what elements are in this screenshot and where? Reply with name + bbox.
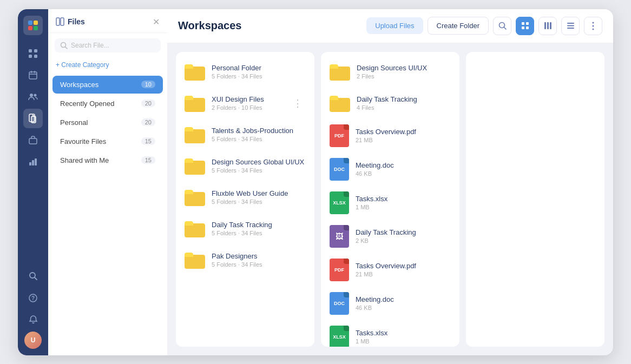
- svg-rect-7: [34, 55, 37, 58]
- calendar-nav-icon[interactable]: [23, 65, 43, 85]
- list-item[interactable]: Talents & Jobs-Production 5 Folders · 34…: [176, 119, 314, 150]
- file-meta: 46 KB: [356, 170, 451, 177]
- svg-rect-34: [544, 22, 546, 29]
- help-nav-icon[interactable]: ?: [23, 288, 43, 308]
- file-meta: 2 Folders · 10 Files: [212, 104, 283, 111]
- list-item[interactable]: Personal Folder 5 Folders · 34 Files: [176, 56, 314, 88]
- users-nav-icon[interactable]: [23, 87, 43, 107]
- list-item[interactable]: Daily Task Tracking 5 Folders · 34 Files: [176, 213, 314, 244]
- list-item[interactable]: XUI Design Files 2 Folders · 10 Files ⋮: [176, 88, 314, 119]
- file-name: Fluxble Web User Guide: [212, 189, 306, 197]
- list-item[interactable]: PDF Tasks Overview.pdf 21 MB: [321, 253, 459, 287]
- list-item[interactable]: XLSX Tasks.xlsx 1 MB: [321, 320, 459, 347]
- doc-icon: DOC: [330, 158, 349, 181]
- search-box: [55, 38, 161, 52]
- briefcase-nav-icon[interactable]: [23, 130, 43, 150]
- svg-rect-36: [550, 22, 551, 29]
- page-title: Workspaces: [178, 19, 241, 32]
- list-item[interactable]: 🖼 Daily Task Tracking 2 KB: [321, 220, 459, 253]
- file-meta: 1 MB: [356, 338, 451, 345]
- sidebar: Files ✕ + Create Category Workspaces 10 …: [48, 9, 167, 355]
- search-nav-icon[interactable]: [23, 267, 43, 286]
- svg-rect-31: [526, 22, 529, 25]
- column-view-button[interactable]: [538, 17, 557, 35]
- file-name: Tasks Overview.pdf: [356, 262, 451, 270]
- file-meta: 5 Folders · 34 Files: [212, 261, 306, 268]
- svg-rect-18: [32, 160, 34, 166]
- svg-rect-16: [29, 138, 37, 144]
- svg-rect-1: [34, 21, 38, 25]
- svg-rect-15: [31, 116, 36, 123]
- svg-rect-38: [567, 25, 574, 27]
- xlsx-icon: XLSX: [330, 326, 349, 347]
- logo-icon[interactable]: [23, 16, 43, 35]
- svg-rect-3: [34, 26, 38, 30]
- svg-rect-30: [522, 22, 524, 25]
- svg-point-12: [30, 94, 33, 97]
- search-input[interactable]: [71, 42, 155, 49]
- col2-files: Design Sources UI/UX 2 Files Daily Task …: [321, 52, 459, 347]
- svg-point-41: [593, 25, 594, 27]
- svg-rect-5: [34, 49, 37, 52]
- sidebar-title: Files: [56, 17, 85, 26]
- bell-nav-icon[interactable]: [23, 310, 43, 329]
- list-item[interactable]: PDF Tasks Overview.pdf 21 MB: [321, 119, 459, 153]
- folder-icon: [185, 156, 205, 176]
- list-item[interactable]: Design Sources Global UI/UX 5 Folders · …: [176, 150, 314, 182]
- sidebar-item-personal[interactable]: Personal 20: [52, 114, 163, 131]
- sidebar-item-shared-with-me[interactable]: Shared with Me 15: [52, 151, 163, 169]
- chart-nav-icon[interactable]: [23, 152, 43, 171]
- grid-nav-icon[interactable]: [23, 44, 43, 63]
- col3-files: [466, 52, 604, 347]
- file-meta: 5 Folders · 34 Files: [212, 136, 306, 142]
- create-folder-button[interactable]: Create Folder: [428, 17, 489, 35]
- folder-icon: [185, 124, 205, 145]
- file-name: Personal Folder: [212, 64, 306, 72]
- col1-files: Personal Folder 5 Folders · 34 Files XUI…: [176, 52, 314, 347]
- search-toggle-button[interactable]: [493, 17, 511, 35]
- list-item[interactable]: Design Sources UI/UX 2 Files: [321, 56, 459, 88]
- file-name: Tasks.xlsx: [356, 195, 451, 203]
- search-icon: [60, 42, 68, 49]
- svg-rect-19: [35, 158, 37, 166]
- close-button[interactable]: ✕: [153, 17, 160, 27]
- svg-rect-4: [29, 49, 32, 52]
- file-meta: 46 KB: [356, 305, 451, 311]
- folder-icon: [185, 62, 205, 82]
- file-name: Daily Task Tracking: [212, 221, 306, 229]
- folder-icon: [185, 219, 205, 239]
- sidebar-item-recently-opened[interactable]: Recently Opened 20: [52, 95, 163, 112]
- list-item[interactable]: Pak Designers 5 Folders · 34 Files: [176, 244, 314, 276]
- svg-rect-33: [526, 27, 529, 29]
- doc-icon: DOC: [330, 292, 349, 315]
- folder-icon: [330, 93, 350, 114]
- svg-rect-32: [522, 27, 524, 29]
- create-category-button[interactable]: + Create Category: [48, 58, 167, 72]
- upload-files-button[interactable]: Upload Files: [366, 17, 423, 34]
- list-view-button[interactable]: [561, 17, 580, 35]
- svg-rect-37: [567, 23, 574, 24]
- file-name: Meeting.doc: [356, 161, 451, 169]
- avatar[interactable]: U: [24, 332, 42, 349]
- svg-rect-25: [61, 18, 64, 25]
- file-name: Daily Task Tracking: [356, 228, 451, 236]
- list-item[interactable]: DOC Meeting.doc 46 KB: [321, 153, 459, 186]
- list-item[interactable]: DOC Meeting.doc 46 KB: [321, 287, 459, 320]
- header-actions: Upload Files Create Folder: [366, 17, 602, 35]
- svg-point-42: [593, 28, 594, 30]
- files-nav-icon[interactable]: [23, 109, 43, 128]
- file-name: Daily Task Tracking: [357, 95, 451, 103]
- svg-point-13: [34, 94, 37, 96]
- main-area: Workspaces Upload Files Create Folder: [167, 9, 613, 355]
- file-name: Talents & Jobs-Production: [212, 127, 306, 135]
- sidebar-item-favourite-files[interactable]: Favourite Files 15: [52, 133, 163, 150]
- xlsx-icon: XLSX: [330, 191, 349, 214]
- more-button[interactable]: ⋮: [290, 96, 306, 110]
- sidebar-item-workspaces[interactable]: Workspaces 10: [52, 76, 163, 94]
- more-options-button[interactable]: [584, 17, 602, 35]
- list-item[interactable]: Daily Task Tracking 4 Files: [321, 88, 459, 119]
- list-item[interactable]: Fluxble Web User Guide 5 Folders · 34 Fi…: [176, 182, 314, 213]
- svg-line-21: [35, 277, 37, 280]
- list-item[interactable]: XLSX Tasks.xlsx 1 MB: [321, 186, 459, 220]
- grid-view-button[interactable]: [516, 17, 534, 35]
